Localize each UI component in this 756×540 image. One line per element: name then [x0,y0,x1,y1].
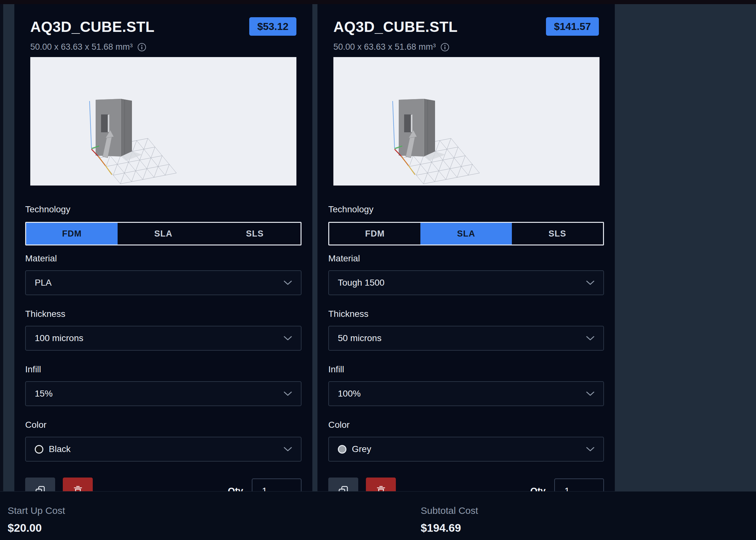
infill-label: Infill [25,364,302,375]
card-header: AQ3D_CUBE.STL $141.57 [333,4,599,36]
chevron-down-icon [284,391,292,396]
infill-select-value: 100% [338,389,361,399]
chevron-down-icon [586,447,594,452]
chevron-down-icon [586,391,594,396]
thickness-select[interactable]: 50 microns [328,326,604,351]
file-name-title: AQ3D_CUBE.STL [333,17,458,36]
color-select-value: Black [49,444,70,454]
thickness-label: Thickness [25,309,302,320]
info-icon[interactable] [441,43,449,52]
price-badge: $141.57 [546,17,599,36]
subtotal-cost-block: Subtotal Cost $194.69 [421,505,478,534]
model-viewer-canvas[interactable] [333,57,599,186]
color-label: Color [328,420,604,430]
infill-select[interactable]: 100% [328,381,604,406]
tech-option-sls[interactable]: SLS [512,223,603,244]
color-label: Color [25,420,302,430]
subtotal-cost-label: Subtotal Cost [421,505,478,516]
dimensions-row: 50.00 x 63.63 x 51.68 mm³ [333,42,599,52]
technology-segmented-control: FDM SLA SLS [328,222,604,245]
infill-select-value: 15% [35,389,53,399]
left-edge-strip [0,4,3,491]
color-select-value: Grey [352,444,371,454]
chevron-down-icon [284,447,292,452]
material-select[interactable]: Tough 1500 [328,270,604,295]
material-select-value: Tough 1500 [338,278,384,288]
startup-cost-value: $20.00 [8,521,65,534]
dimensions-text: 50.00 x 63.63 x 51.68 mm³ [30,42,133,52]
material-label: Material [328,253,604,264]
quote-item-card: AQ3D_CUBE.STL $53.12 50.00 x 63.63 x 51.… [14,4,313,491]
thickness-label: Thickness [328,309,604,320]
chevron-down-icon [284,336,292,341]
tech-option-fdm[interactable]: FDM [329,223,421,244]
startup-cost-block: Start Up Cost $20.00 [8,505,65,534]
dimensions-text: 50.00 x 63.63 x 51.68 mm³ [333,42,436,52]
material-select-value: PLA [35,278,52,288]
color-swatch [35,445,43,454]
thickness-select-value: 50 microns [338,333,382,343]
tech-option-sla[interactable]: SLA [118,223,209,244]
dimensions-row: 50.00 x 63.63 x 51.68 mm³ [30,42,297,52]
technology-label: Technology [328,204,604,215]
startup-cost-label: Start Up Cost [8,505,65,516]
technology-segmented-control: FDM SLA SLS [25,222,302,245]
price-badge: $53.12 [249,17,297,36]
thickness-select[interactable]: 100 microns [25,326,302,351]
infill-select[interactable]: 15% [25,381,302,406]
subtotal-cost-value: $194.69 [421,521,478,534]
color-select[interactable]: Black [25,437,302,462]
tech-option-fdm[interactable]: FDM [26,223,118,244]
tech-option-sla[interactable]: SLA [421,223,512,244]
card-header: AQ3D_CUBE.STL $53.12 [30,4,297,36]
chevron-down-icon [284,281,292,285]
color-swatch [338,445,346,454]
infill-label: Infill [328,364,604,375]
chevron-down-icon [586,336,594,341]
info-icon[interactable] [137,43,146,52]
material-label: Material [25,253,302,264]
material-select[interactable]: PLA [25,270,302,295]
tech-option-sls[interactable]: SLS [209,223,301,244]
thickness-select-value: 100 microns [35,333,83,343]
cost-summary-footer: Start Up Cost $20.00 Subtotal Cost $194.… [0,491,756,540]
file-name-title: AQ3D_CUBE.STL [30,17,155,36]
top-edge-strip [0,0,756,4]
chevron-down-icon [586,281,594,285]
technology-label: Technology [25,204,302,215]
color-select[interactable]: Grey [328,437,604,462]
model-viewer-canvas[interactable] [30,57,297,186]
quote-item-card: AQ3D_CUBE.STL $141.57 50.00 x 63.63 x 51… [317,4,615,491]
